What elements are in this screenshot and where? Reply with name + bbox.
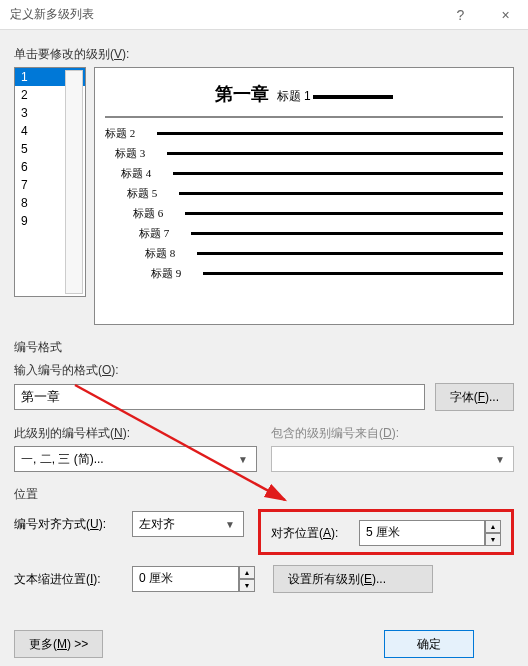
text-indent-spinner[interactable]: 0 厘米 ▲▼ (132, 566, 255, 592)
include-level-label: 包含的级别编号来自(D): (271, 425, 514, 442)
spin-down-icon[interactable]: ▼ (485, 533, 501, 546)
align-position-spinner[interactable]: 5 厘米 ▲▼ (359, 520, 501, 546)
chevron-down-icon: ▼ (234, 454, 252, 465)
number-align-combo[interactable]: 左对齐▼ (132, 511, 244, 537)
level-label: 单击要修改的级别(V): (14, 46, 514, 63)
preview-title-sub: 标题 1 (277, 89, 311, 103)
level-listbox[interactable]: 1 2 3 4 5 6 7 8 9 (14, 67, 86, 297)
preview-pane: 第一章 标题 1 标题 2 标题 3 标题 4 标题 5 标题 6 标题 7 标… (94, 67, 514, 325)
close-button[interactable]: × (483, 0, 528, 30)
align-position-label: 对齐位置(A): (271, 525, 351, 542)
help-button[interactable]: ? (438, 0, 483, 30)
level-item-7[interactable]: 7 (15, 176, 85, 194)
number-format-input[interactable] (14, 384, 425, 410)
align-position-highlight: 对齐位置(A): 5 厘米 ▲▼ (258, 509, 514, 555)
level-item-9[interactable]: 9 (15, 212, 85, 230)
spin-up-icon[interactable]: ▲ (239, 566, 255, 579)
set-all-levels-button[interactable]: 设置所有级别(E)... (273, 565, 433, 593)
level-item-4[interactable]: 4 (15, 122, 85, 140)
section-position: 位置 (14, 486, 514, 503)
number-format-label: 输入编号的格式(O): (14, 362, 514, 379)
chevron-down-icon: ▼ (491, 454, 509, 465)
dialog-content: 单击要修改的级别(V): 1 2 3 4 5 6 7 8 9 第一章 标题 1 … (0, 30, 528, 603)
ok-button[interactable]: 确定 (384, 630, 474, 658)
number-align-label: 编号对齐方式(U): (14, 516, 124, 533)
level-item-2[interactable]: 2 (15, 86, 85, 104)
level-item-5[interactable]: 5 (15, 140, 85, 158)
more-button[interactable]: 更多(M) >> (14, 630, 103, 658)
titlebar: 定义新多级列表 ? × (0, 0, 528, 30)
include-level-combo: ▼ (271, 446, 514, 472)
level-item-6[interactable]: 6 (15, 158, 85, 176)
spin-up-icon[interactable]: ▲ (485, 520, 501, 533)
preview-title-main: 第一章 (215, 84, 269, 104)
level-item-1[interactable]: 1 (15, 68, 85, 86)
font-button[interactable]: 字体(F)... (435, 383, 514, 411)
number-style-combo[interactable]: 一, 二, 三 (简)...▼ (14, 446, 257, 472)
text-indent-label: 文本缩进位置(I): (14, 571, 124, 588)
section-number-format: 编号格式 (14, 339, 514, 356)
chevron-down-icon: ▼ (221, 519, 239, 530)
spin-down-icon[interactable]: ▼ (239, 579, 255, 592)
level-item-8[interactable]: 8 (15, 194, 85, 212)
level-item-3[interactable]: 3 (15, 104, 85, 122)
number-style-label: 此级别的编号样式(N): (14, 425, 257, 442)
window-title: 定义新多级列表 (10, 6, 438, 23)
